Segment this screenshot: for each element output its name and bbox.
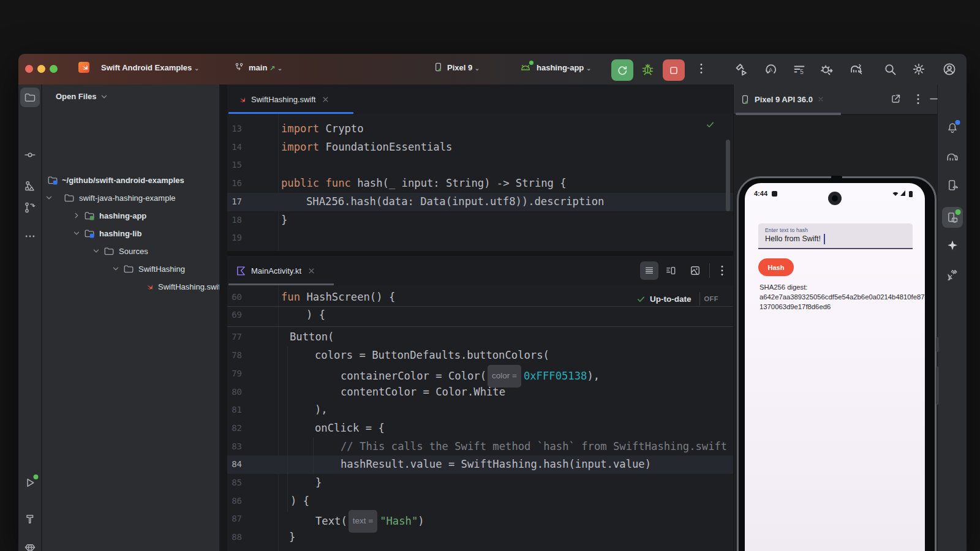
commit-tool-button[interactable] — [24, 149, 36, 161]
more-tools-button[interactable] — [24, 230, 36, 242]
tree-chevron-icon[interactable] — [92, 247, 100, 255]
close-tab-icon[interactable] — [322, 96, 330, 103]
tree-item[interactable]: hashing-app — [42, 206, 219, 224]
settings-button[interactable] — [911, 62, 926, 77]
debug-button[interactable] — [641, 62, 655, 76]
editor-more-button[interactable] — [715, 264, 729, 277]
profiler-button[interactable]: A — [763, 62, 778, 77]
stop-button[interactable] — [663, 59, 685, 81]
gradle-tool-button[interactable] — [946, 151, 959, 164]
tree-item[interactable]: ~/github/swift-android-examples — [42, 171, 219, 189]
run-config-selector[interactable]: hashing-app ⌄ — [537, 63, 591, 72]
assistant-button[interactable] — [946, 268, 959, 281]
close-tab-icon[interactable] — [307, 267, 315, 275]
todo-button[interactable]: 5 — [792, 62, 807, 77]
inline-parameter-hint: text = — [349, 510, 377, 533]
code-editor[interactable]: 1213import Crypto14import FoundationEsse… — [227, 114, 733, 251]
close-device-tab-icon[interactable] — [817, 96, 824, 103]
device-phone-icon — [740, 94, 750, 105]
line-number: 87 — [227, 510, 242, 528]
tree-item[interactable]: hashing-lib — [42, 224, 219, 242]
build-tool-button[interactable] — [24, 513, 36, 525]
tab-label: MainActivity.kt — [251, 266, 301, 276]
toolbar-more-button[interactable] — [695, 62, 708, 75]
notifications-button[interactable] — [946, 121, 959, 134]
project-tool-button[interactable] — [24, 91, 36, 103]
panel-splitter[interactable] — [219, 84, 227, 551]
debug-reattach-button[interactable] — [820, 62, 834, 77]
project-panel: Open Files~/github/swift-android-example… — [42, 84, 219, 551]
code-line: } — [289, 528, 295, 547]
device-name: Pixel 9 — [447, 63, 472, 72]
code-line: public func hash(_ input: String) -> Str… — [281, 174, 567, 193]
branch-selector[interactable]: main ↗ ⌄ — [249, 63, 282, 72]
search-button[interactable] — [883, 62, 897, 77]
inspections-status-icon — [706, 120, 715, 129]
line-number: 83 — [227, 438, 242, 456]
open-in-window-button[interactable] — [890, 93, 902, 105]
code-line: SHA256.hash(data: Data(input.utf8)).desc… — [306, 193, 604, 211]
vcs-tool-button[interactable] — [24, 201, 36, 214]
branch-name: main — [249, 63, 267, 72]
tree-item[interactable]: Sources — [42, 242, 219, 260]
device-tab[interactable]: Pixel 9 API 36.0 — [740, 84, 824, 114]
tree-item[interactable]: SwiftHashing — [42, 260, 219, 277]
dependencies-tool-button[interactable] — [24, 542, 36, 551]
status-time: 4:44 — [754, 190, 767, 197]
editor-tab[interactable]: SwiftHashing.swift — [228, 84, 353, 114]
split-view-button[interactable] — [665, 264, 677, 277]
live-edit-status: Up-to-date — [650, 294, 692, 304]
tree-item-label: hashing-app — [99, 211, 146, 220]
preview-button[interactable] — [689, 264, 701, 277]
chevron-down-icon: ⌄ — [194, 65, 199, 72]
left-tool-stripe — [18, 84, 42, 551]
build-run-button[interactable] — [734, 62, 748, 77]
code-line: } — [281, 211, 287, 230]
editor-tab[interactable]: MainActivity.kt — [228, 256, 334, 285]
tree-item[interactable]: SwiftHashing.swift — [42, 277, 219, 295]
minimize-button[interactable] — [37, 65, 45, 73]
line-number: 82 — [227, 419, 242, 438]
tree-chevron-icon[interactable] — [45, 193, 53, 202]
running-devices-button[interactable] — [946, 211, 959, 224]
live-edit-widget[interactable]: Up-to-dateOFF — [636, 291, 718, 307]
close-button[interactable] — [25, 65, 33, 73]
gemini-button[interactable] — [946, 239, 959, 252]
tree-chevron-icon[interactable] — [72, 211, 81, 220]
tree-chevron-icon[interactable] — [72, 229, 81, 238]
panel-more-button[interactable] — [911, 92, 925, 106]
source-view-button[interactable] — [643, 264, 655, 277]
digest-line: 1370063d9e17f8d6ed6 — [760, 303, 831, 310]
structure-tool-button[interactable] — [24, 180, 36, 192]
tree-item[interactable]: swift-java-hashing-example — [42, 189, 219, 206]
project-selector[interactable]: Swift Android Examples ⌄ — [101, 63, 199, 72]
run-button[interactable] — [611, 59, 633, 81]
device-selector[interactable]: Pixel 9 ⌄ — [447, 63, 480, 72]
run-config-name: hashing-app — [537, 63, 584, 72]
tree-chevron-icon[interactable] — [111, 264, 120, 273]
hide-panel-button[interactable] — [928, 93, 940, 105]
svg-text:A: A — [769, 67, 772, 73]
gutter-separator — [278, 114, 279, 251]
text-field-label: Enter text to hash — [765, 227, 808, 233]
status-icons — [892, 190, 916, 197]
run-tool-button[interactable] — [23, 476, 36, 489]
line-number: 19 — [227, 229, 242, 247]
code-line: import Crypto — [281, 120, 364, 138]
zoom-button[interactable] — [50, 65, 58, 73]
phone-screen: 4:44Enter text to hashHello from Swift!H… — [745, 183, 925, 551]
live-edit-toggle[interactable]: OFF — [704, 295, 719, 302]
hash-button[interactable]: Hash — [758, 258, 794, 276]
profile-button[interactable] — [942, 62, 957, 77]
editor-scrollbar[interactable] — [726, 140, 730, 211]
device-manager-button[interactable] — [946, 179, 959, 192]
gutter-separator — [278, 285, 279, 551]
line-number: 79 — [227, 365, 242, 383]
text-field[interactable]: Enter text to hashHello from Swift! — [758, 223, 913, 249]
gradle-sync-button[interactable] — [849, 62, 864, 77]
chevron-down-icon: ⌄ — [277, 65, 282, 72]
code-editor[interactable]: 60fun HashScreen() {69) {77Button(78colo… — [227, 285, 733, 551]
line-number: 85 — [227, 474, 242, 492]
project-panel-header[interactable]: Open Files — [56, 92, 108, 101]
text-field-value: Hello from Swift! — [765, 234, 821, 243]
